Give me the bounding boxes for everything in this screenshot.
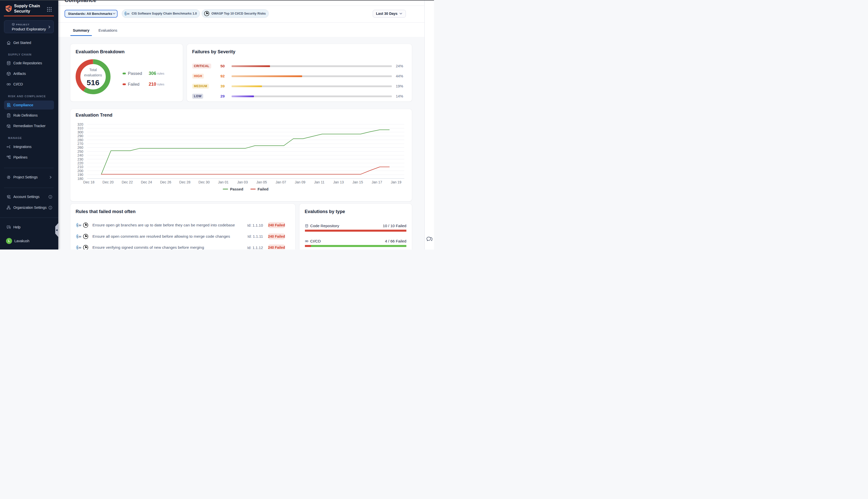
code-repository-icon [7, 61, 11, 65]
severity-row-high: HIGH 92 44% [187, 71, 412, 81]
content: Evaluation Breakdown Total evaluations 5… [58, 37, 424, 250]
sidebar-item-label: Project Settings [13, 175, 38, 179]
severity-pill: CRITICAL [192, 63, 211, 69]
sidebar-item-rule-definitions[interactable]: Rule Definitions [0, 110, 58, 121]
card-title: Evalutions by type [305, 209, 345, 214]
severity-bar-track [232, 96, 392, 97]
svg-text:Dec 24: Dec 24 [141, 180, 152, 184]
severity-count: 50 [218, 64, 227, 68]
date-range-select[interactable]: Last 30 Days [373, 10, 406, 17]
svg-text:Dec 18: Dec 18 [83, 180, 95, 184]
severity-pill: HIGH [192, 74, 204, 78]
legend-item-passed[interactable]: Passed [223, 187, 243, 191]
svg-text:300: 300 [77, 130, 83, 134]
sidebar-item-account-settings[interactable]: Account Settings [0, 192, 58, 202]
legend-value: 210 [149, 82, 156, 87]
benchmark-chip-cis[interactable]: CIS Software Supply Chain Benchmarks 1.0 [122, 9, 200, 18]
sidebar-item-label: CI/CD [13, 82, 23, 86]
rules-failed-most-often-card: Rules that failed most often Ensure open… [70, 204, 295, 250]
rule-row[interactable]: Ensure verifying signed commits of new c… [70, 242, 295, 250]
trend-line-passed [101, 130, 389, 174]
svg-text:Jan 07: Jan 07 [275, 180, 286, 184]
svg-text:270: 270 [77, 142, 83, 146]
legend-value: 306 [149, 71, 156, 76]
cis-icon [124, 11, 129, 16]
severity-bar-track [232, 85, 392, 87]
code-repository-icon [305, 224, 308, 228]
evaluation-trend-line-chart: 1801902002102202302402502602702802903003… [70, 109, 412, 186]
type-label: CI/CD [310, 239, 321, 243]
page-header: Compliance Standards: All Benchmarks CIS… [58, 0, 424, 37]
donut-total-value: 516 [73, 78, 113, 87]
svg-text:Dec 26: Dec 26 [160, 180, 171, 184]
svg-text:320: 320 [77, 122, 83, 126]
sidebar-item-compliance[interactable]: Compliance [4, 100, 54, 110]
evaluation-trend-card: Evaluation Trend 18019020021022023024025… [70, 109, 412, 201]
legend-item-failed[interactable]: Failed 210 rules [123, 82, 165, 87]
sidebar-item-project-settings[interactable]: Project Settings [0, 172, 58, 182]
trend-legend: Passed Failed [70, 187, 412, 191]
sidebar-item-cicd[interactable]: CI/CD [0, 79, 58, 89]
trend-line-failed [101, 167, 389, 174]
svg-text:190: 190 [77, 173, 83, 177]
type-bar [305, 230, 406, 232]
svg-text:200: 200 [77, 169, 83, 173]
sidebar-item-organization-settings[interactable]: Organization Settings [0, 202, 58, 213]
info-icon[interactable] [49, 195, 52, 199]
rule-id: Id: 1.1.11 [248, 234, 263, 239]
scroll-gutter [424, 0, 434, 250]
owasp-icon [83, 245, 88, 250]
sidebar-item-label: Integrations [13, 145, 32, 149]
legend-label: Failed [258, 187, 269, 191]
avatar: L [6, 238, 12, 244]
cube-shield-icon [7, 124, 11, 128]
svg-text:Dec 20: Dec 20 [102, 180, 114, 184]
rule-id: Id: 1.1.10 [247, 223, 263, 227]
summary-row: Evaluation Breakdown Total evaluations 5… [70, 44, 424, 101]
info-icon[interactable] [49, 206, 52, 209]
sidebar-item-artifacts[interactable]: Artifacts [0, 68, 58, 79]
sidebar-item-label: Remediation Tracker [13, 124, 46, 128]
type-row-code-repository: Code Repository 10 / 10 Failed [305, 223, 406, 229]
svg-text:Jan 09: Jan 09 [295, 180, 306, 184]
rule-row[interactable]: Ensure all open comments are resolved be… [70, 231, 295, 242]
svg-text:260: 260 [77, 145, 83, 149]
svg-text:Jan 05: Jan 05 [257, 180, 267, 184]
sidebar-item-code-repositories[interactable]: Code Repositories [0, 58, 58, 68]
chat-bubbles-icon[interactable] [426, 235, 433, 242]
severity-pill: LOW [192, 94, 203, 99]
sidebar-item-get-started[interactable]: Get Started [0, 37, 58, 48]
cis-icon [76, 222, 82, 228]
pipelines-icon [7, 155, 11, 160]
rule-row[interactable]: Ensure open git branches are up to date … [70, 220, 295, 231]
owasp-icon [204, 11, 210, 16]
sidebar-item-help[interactable]: Help [0, 222, 58, 232]
failures-by-severity-card: Failures by Severity CRITICAL 50 24% HIG… [187, 44, 412, 101]
legend-item-failed[interactable]: Failed [250, 187, 269, 191]
svg-text:310: 310 [77, 126, 83, 130]
cicd-infinity-icon [305, 240, 308, 243]
sidebar-user[interactable]: L Lavakush [0, 236, 58, 246]
severity-percent: 19% [396, 84, 406, 88]
integrations-icon [7, 145, 11, 149]
type-failed-count: 4 / 66 Failed [385, 239, 406, 243]
bottom-row: Rules that failed most often Ensure open… [70, 204, 424, 250]
project-selector[interactable]: PROJECT Product Exploratory [4, 20, 54, 33]
rule-text: Ensure verifying signed commits of new c… [92, 245, 247, 250]
sidebar-item-integrations[interactable]: Integrations [0, 142, 58, 152]
sidebar-item-label: Organization Settings [13, 206, 47, 209]
tab-summary[interactable]: Summary [70, 26, 92, 35]
apps-grid-icon[interactable] [47, 7, 52, 12]
donut-center-label: Total evaluations [79, 67, 107, 78]
standards-select[interactable]: Standards: All Benchmarks [64, 10, 117, 17]
sidebar-item-pipelines[interactable]: Pipelines [0, 152, 58, 162]
severity-pill: MEDIUM [192, 84, 209, 89]
severity-bar-fill [232, 65, 270, 67]
infinity-icon [7, 82, 11, 86]
filters-divider [58, 22, 424, 23]
benchmark-chip-owasp[interactable]: OWASP Top 10 CI/CD Security Risks [202, 9, 269, 18]
tab-evaluations[interactable]: Evaluations [96, 26, 120, 35]
sidebar-item-remediation-tracker[interactable]: Remediation Tracker [0, 121, 58, 131]
svg-text:Dec 28: Dec 28 [179, 180, 191, 184]
legend-item-passed[interactable]: Passed 306 rules [123, 71, 165, 76]
